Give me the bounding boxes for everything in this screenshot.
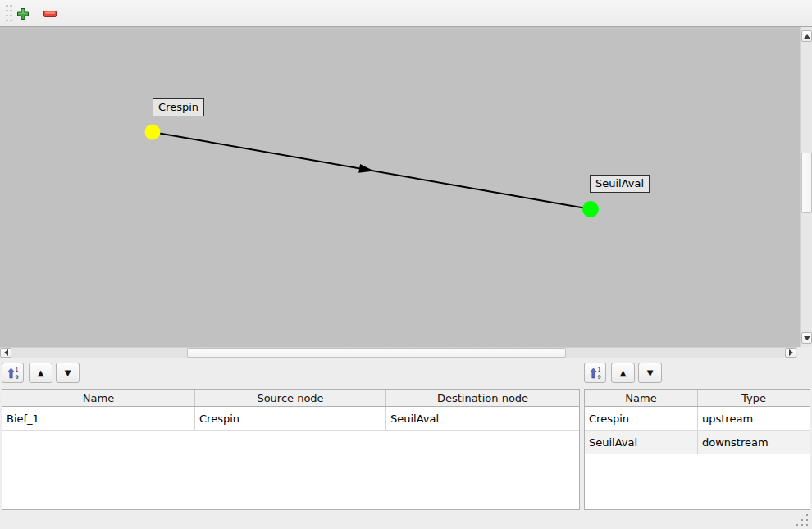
svg-text:1: 1 bbox=[598, 367, 601, 373]
reaches-table-header: Name Source node Destination node bbox=[2, 390, 579, 407]
scroll-down-button[interactable] bbox=[801, 332, 812, 344]
table-row[interactable]: Bief_1 Crespin SeuilAval bbox=[2, 407, 579, 431]
minus-icon bbox=[43, 10, 57, 18]
cell-node-type[interactable]: downstream bbox=[698, 431, 810, 454]
nodes-move-up-button[interactable]: ▲ bbox=[611, 363, 635, 383]
table-row[interactable]: Crespin upstream bbox=[585, 407, 810, 431]
cell-reach-destination[interactable]: SeuilAval bbox=[386, 407, 579, 430]
sort-ascending-icon: 1 9 bbox=[7, 367, 19, 380]
arrow-down-icon bbox=[804, 336, 810, 340]
arrow-left-icon bbox=[4, 349, 8, 356]
node-label-seuilaval[interactable]: SeuilAval bbox=[590, 175, 650, 193]
scroll-right-button[interactable] bbox=[785, 348, 796, 358]
svg-text:1: 1 bbox=[16, 367, 19, 373]
nodes-move-down-button[interactable]: ▼ bbox=[638, 363, 662, 383]
reaches-table: Name Source node Destination node Bief_1… bbox=[2, 389, 580, 510]
cell-reach-source[interactable]: Crespin bbox=[195, 407, 386, 430]
nodes-sort-button[interactable]: 1 9 bbox=[584, 363, 606, 383]
triangle-up-icon: ▲ bbox=[620, 369, 627, 377]
horizontal-scroll-thumb[interactable] bbox=[187, 348, 566, 358]
triangle-down-icon: ▼ bbox=[65, 369, 71, 377]
network-editor-window: { "toolbar": { "add_tooltip": "Add", "re… bbox=[0, 0, 812, 529]
node-upstream-circle[interactable] bbox=[145, 125, 161, 140]
plus-icon bbox=[16, 7, 30, 21]
add-button[interactable] bbox=[13, 5, 33, 23]
cell-node-name[interactable]: SeuilAval bbox=[585, 431, 698, 454]
triangle-down-icon: ▼ bbox=[647, 369, 654, 377]
table-row[interactable]: SeuilAval downstream bbox=[585, 431, 810, 454]
sort-ascending-icon: 1 9 bbox=[589, 367, 601, 380]
edge-arrowhead-icon bbox=[358, 164, 375, 176]
nodes-table: Name Type Crespin upstream SeuilAval dow… bbox=[584, 389, 810, 510]
cell-node-type[interactable]: upstream bbox=[698, 407, 810, 430]
arrow-up-icon bbox=[804, 34, 810, 39]
reaches-move-down-button[interactable]: ▼ bbox=[56, 363, 80, 383]
cell-reach-name[interactable]: Bief_1 bbox=[2, 407, 195, 430]
node-label-crespin[interactable]: Crespin bbox=[153, 98, 204, 116]
cell-node-name[interactable]: Crespin bbox=[585, 407, 698, 430]
arrow-right-icon bbox=[789, 349, 793, 356]
resize-grip-icon[interactable] bbox=[806, 524, 808, 526]
reaches-move-up-button[interactable]: ▲ bbox=[29, 363, 52, 383]
toolbar-drag-handle[interactable] bbox=[5, 3, 12, 24]
header-name[interactable]: Name bbox=[2, 390, 195, 406]
triangle-up-icon: ▲ bbox=[38, 369, 44, 377]
header-name[interactable]: Name bbox=[585, 390, 698, 406]
vertical-scroll-thumb[interactable] bbox=[801, 153, 812, 213]
canvas-horizontal-scrollbar[interactable] bbox=[0, 347, 797, 358]
scroll-left-button[interactable] bbox=[0, 348, 11, 358]
remove-button[interactable] bbox=[40, 5, 60, 23]
network-graph bbox=[0, 27, 800, 347]
svg-text:9: 9 bbox=[16, 373, 19, 380]
svg-text:9: 9 bbox=[598, 373, 601, 380]
reaches-sort-button[interactable]: 1 9 bbox=[2, 363, 24, 383]
canvas-vertical-scrollbar[interactable] bbox=[800, 27, 812, 347]
main-toolbar bbox=[0, 0, 812, 27]
header-destination-node[interactable]: Destination node bbox=[386, 390, 579, 406]
header-source-node[interactable]: Source node bbox=[195, 390, 386, 406]
network-canvas[interactable]: Crespin SeuilAval bbox=[0, 27, 800, 347]
nodes-table-header: Name Type bbox=[585, 390, 810, 407]
scrollbar-corner bbox=[797, 347, 812, 359]
node-downstream-circle[interactable] bbox=[582, 201, 599, 217]
status-bar bbox=[0, 513, 812, 529]
header-type[interactable]: Type bbox=[698, 390, 810, 406]
scroll-up-button[interactable] bbox=[801, 30, 812, 42]
